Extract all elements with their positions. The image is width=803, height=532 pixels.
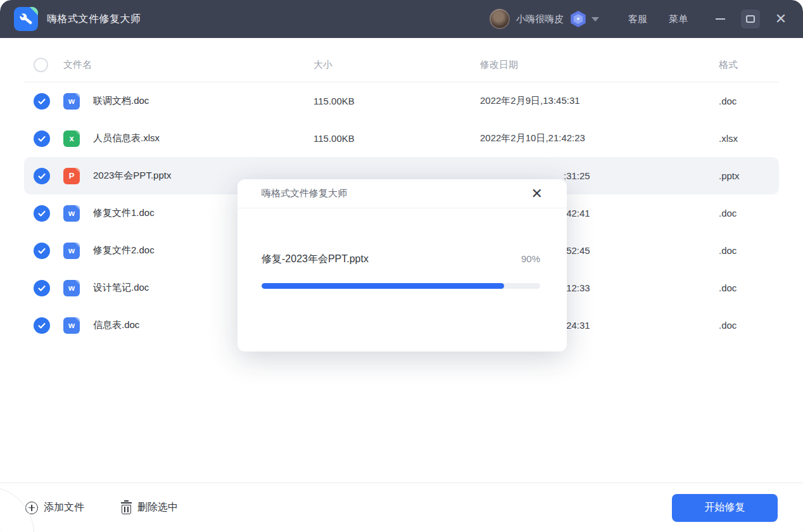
header-date: 修改日期 xyxy=(480,59,719,71)
file-name: 2023年会PPT.pptx xyxy=(93,170,171,182)
row-checkbox-checked[interactable] xyxy=(34,317,50,334)
titlebar: 嗨格式文件修复大师 小嗨很嗨皮 ✦ 客服 菜单 ✕ xyxy=(0,0,803,38)
minimize-button[interactable] xyxy=(711,10,730,28)
file-name: 信息表.doc xyxy=(93,319,139,331)
maximize-icon xyxy=(746,15,755,23)
file-size: 115.00KB xyxy=(313,96,480,106)
row-checkbox-checked[interactable] xyxy=(34,168,50,184)
file-date: 2022年2月9日,13:45:31 xyxy=(480,95,719,107)
word-file-icon: w xyxy=(63,243,80,259)
app-title: 嗨格式文件修复大师 xyxy=(47,13,141,26)
word-file-icon: w xyxy=(63,317,80,334)
file-format: .doc xyxy=(719,282,779,293)
app-logo-icon xyxy=(14,7,38,31)
wrench-icon xyxy=(19,12,33,26)
progress-bar-fill xyxy=(262,283,504,289)
dialog-close-icon[interactable]: ✕ xyxy=(526,184,548,203)
file-format: .doc xyxy=(719,320,779,331)
word-file-icon: w xyxy=(63,280,80,296)
close-button[interactable]: ✕ xyxy=(771,10,790,28)
table-row[interactable]: w 联调文档.doc 115.00KB 2022年2月9日,13:45:31 .… xyxy=(24,82,779,120)
progress-percent: 90% xyxy=(521,253,540,264)
customer-service-link[interactable]: 客服 xyxy=(628,13,647,25)
word-file-icon: w xyxy=(63,93,80,110)
file-name: 修复文件2.doc xyxy=(93,244,155,256)
add-file-label: 添加文件 xyxy=(44,501,84,514)
file-name: 设计笔记.doc xyxy=(93,282,149,294)
file-format: .pptx xyxy=(719,170,779,181)
header-format: 格式 xyxy=(719,59,779,71)
row-checkbox-checked[interactable] xyxy=(34,130,50,147)
table-row[interactable]: x 人员信息表.xlsx 115.00KB 2022年2月10日,21:42:2… xyxy=(24,120,779,157)
menu-link[interactable]: 菜单 xyxy=(669,13,688,25)
excel-file-icon: x xyxy=(63,130,80,147)
row-checkbox-checked[interactable] xyxy=(34,205,50,222)
file-format: .doc xyxy=(719,245,779,256)
row-checkbox-checked[interactable] xyxy=(34,93,50,110)
row-checkbox-checked[interactable] xyxy=(34,243,50,259)
footer-toolbar: 添加文件 删除选中 开始修复 xyxy=(0,483,803,532)
delete-selected-button[interactable]: 删除选中 xyxy=(121,501,178,514)
repair-progress-dialog: 嗨格式文件修复大师 ✕ 修复-2023年会PPT.pptx 90% xyxy=(237,179,567,352)
checkmark-icon xyxy=(37,246,46,255)
file-format: .doc xyxy=(719,208,779,218)
progress-bar-track xyxy=(262,283,540,289)
file-size: 115.00KB xyxy=(313,133,480,144)
app-window: 嗨格式文件修复大师 小嗨很嗨皮 ✦ 客服 菜单 ✕ 文件名 大小 修改日期 格式 xyxy=(0,0,803,532)
checkmark-icon xyxy=(37,284,46,293)
checkmark-icon xyxy=(37,97,46,106)
checkmark-icon xyxy=(37,209,46,218)
trash-icon xyxy=(121,502,132,514)
checkmark-icon xyxy=(37,321,46,330)
add-file-button[interactable]: 添加文件 xyxy=(25,501,84,514)
select-all-checkbox[interactable] xyxy=(34,58,48,72)
dialog-title: 嗨格式文件修复大师 xyxy=(262,187,347,200)
file-name: 修复文件1.doc xyxy=(93,207,155,219)
checkmark-icon xyxy=(37,134,46,143)
file-format: .xlsx xyxy=(719,133,779,144)
close-icon: ✕ xyxy=(775,12,787,26)
username[interactable]: 小嗨很嗨皮 xyxy=(516,13,564,25)
maximize-button[interactable] xyxy=(741,10,760,28)
file-format: .doc xyxy=(719,96,779,106)
row-checkbox-checked[interactable] xyxy=(34,280,50,296)
minimize-icon xyxy=(716,18,725,20)
file-date: 2022年2月10日,21:42:23 xyxy=(480,132,719,144)
dialog-header: 嗨格式文件修复大师 ✕ xyxy=(237,179,567,208)
delete-selected-label: 删除选中 xyxy=(137,501,178,514)
ppt-file-icon: P xyxy=(63,168,80,184)
header-filename: 文件名 xyxy=(63,59,92,71)
word-file-icon: w xyxy=(63,205,80,222)
header-size: 大小 xyxy=(313,59,480,71)
file-name: 人员信息表.xlsx xyxy=(93,132,160,144)
start-repair-button[interactable]: 开始修复 xyxy=(672,494,778,522)
checkmark-icon xyxy=(37,172,46,180)
table-header: 文件名 大小 修改日期 格式 xyxy=(24,48,779,82)
user-avatar[interactable] xyxy=(490,9,510,29)
chevron-down-icon[interactable] xyxy=(591,17,599,22)
vip-badge-icon[interactable]: ✦ xyxy=(570,11,586,27)
repairing-file-name: 修复-2023年会PPT.pptx xyxy=(262,253,369,266)
file-name: 联调文档.doc xyxy=(93,95,149,107)
